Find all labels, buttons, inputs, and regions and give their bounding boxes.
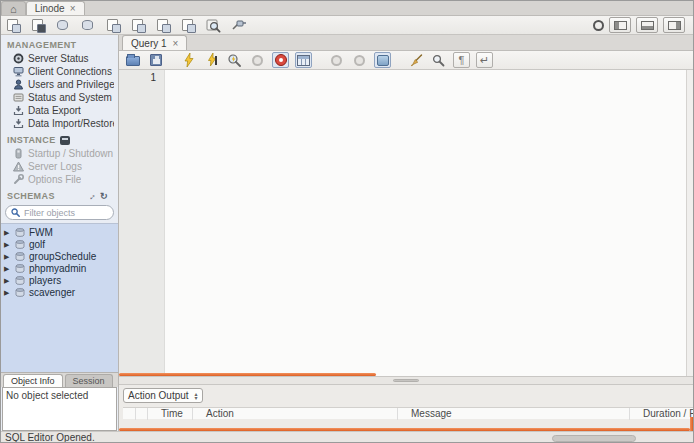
mysql-workbench-window: ⌂ Linode × MANAGEM xyxy=(0,0,694,443)
schema-filter-input[interactable] xyxy=(24,208,104,218)
create-table-icon[interactable] xyxy=(80,18,97,33)
connection-tab-linode[interactable]: Linode × xyxy=(26,1,85,15)
open-script-icon[interactable] xyxy=(124,52,141,68)
output-selector-label: Action Output xyxy=(128,390,189,401)
execute-current-statement-icon[interactable] xyxy=(203,52,220,68)
sql-edit-area[interactable] xyxy=(165,70,686,376)
beautify-script-icon[interactable] xyxy=(407,52,424,68)
sidebar-item-options-file[interactable]: Options File xyxy=(1,173,118,186)
autocommit-toggle-icon[interactable] xyxy=(374,52,391,68)
rollback-icon[interactable] xyxy=(351,52,368,68)
line-number: 1 xyxy=(150,72,156,83)
sidebar-item-label: Status and System Variables xyxy=(28,92,114,103)
expand-schemas-icon[interactable]: ↔ xyxy=(85,189,98,202)
create-procedure-icon[interactable] xyxy=(130,18,147,33)
sidebar-item-data-import[interactable]: Data Import/Restore xyxy=(1,117,118,130)
tab-object-info[interactable]: Object Info xyxy=(3,374,63,387)
commit-icon[interactable] xyxy=(328,52,345,68)
output-selector[interactable]: Action Output ▴▾ xyxy=(123,388,203,403)
column-header-time: Time xyxy=(147,408,192,420)
sql-editor-toolbar: ¶ ↵ xyxy=(119,51,693,70)
create-schema-icon[interactable] xyxy=(55,18,72,33)
schema-item-scavenger[interactable]: ▶ scavenger xyxy=(1,286,118,298)
close-icon[interactable]: × xyxy=(173,38,179,49)
schema-item-players[interactable]: ▶ players xyxy=(1,274,118,286)
output-vertical-scrollbar[interactable] xyxy=(690,417,693,431)
sql-editor[interactable]: 1 xyxy=(119,70,693,376)
expander-icon[interactable]: ▶ xyxy=(4,277,11,284)
find-icon[interactable] xyxy=(430,52,447,68)
column-header-message: Message xyxy=(397,408,629,420)
show-invisibles-icon[interactable]: ¶ xyxy=(453,52,470,68)
sidebar-item-data-export[interactable]: Data Export xyxy=(1,104,118,117)
create-view-icon[interactable] xyxy=(105,18,122,33)
schema-item-groupschedule[interactable]: ▶ groupSchedule xyxy=(1,250,118,262)
tab-query-1[interactable]: Query 1 × xyxy=(122,35,187,50)
startup-shutdown-icon xyxy=(13,148,24,159)
horizontal-scrollbar-thumb[interactable] xyxy=(552,435,636,442)
schema-name: players xyxy=(29,275,61,286)
schema-name: FWM xyxy=(29,227,53,238)
refresh-schemas-icon[interactable]: ↻ xyxy=(100,192,108,201)
expander-icon[interactable]: ▶ xyxy=(4,253,11,260)
toggle-output-area-icon xyxy=(641,21,654,30)
open-sql-script-icon[interactable] xyxy=(30,18,47,33)
editor-horizontal-scrollbar[interactable] xyxy=(119,373,376,376)
sidebar-item-startup-shutdown[interactable]: Startup / Shutdown xyxy=(1,147,118,160)
home-tab[interactable]: ⌂ xyxy=(1,1,26,15)
explain-plan-icon[interactable] xyxy=(226,52,243,68)
column-header-duration: Duration / Fetch xyxy=(629,408,693,420)
options-file-icon xyxy=(13,174,24,185)
toggle-output-area-button[interactable] xyxy=(636,17,658,33)
sidebar-item-users-privileges[interactable]: Users and Privileges xyxy=(1,78,118,91)
create-user-icon[interactable] xyxy=(180,18,197,33)
close-icon[interactable]: × xyxy=(70,3,76,14)
schema-icon xyxy=(15,240,25,249)
output-panel: Action Output ▴▾ Time Action Message Dur… xyxy=(119,385,693,431)
schema-item-golf[interactable]: ▶ golf xyxy=(1,238,118,250)
stop-on-error-toggle-icon[interactable] xyxy=(272,52,289,68)
limit-rows-toggle-icon[interactable] xyxy=(295,52,312,68)
query-tabstrip: Query 1 × xyxy=(119,35,693,51)
create-function-icon[interactable] xyxy=(155,18,172,33)
toggle-left-sidebar-button[interactable] xyxy=(609,17,631,33)
schema-name: golf xyxy=(29,239,45,250)
sidebar-item-status-system-variables[interactable]: Status and System Variables xyxy=(1,91,118,104)
save-script-icon[interactable] xyxy=(147,52,164,68)
splitter-grip[interactable] xyxy=(393,379,419,382)
schema-item-phpmyadmin[interactable]: ▶ phpmyadmin xyxy=(1,262,118,274)
chevron-updown-icon: ▴▾ xyxy=(195,392,198,400)
instance-section-title: INSTANCE xyxy=(7,135,56,145)
schemas-section-header: SCHEMAS ↔ ↻ xyxy=(1,186,118,203)
stop-execution-icon[interactable] xyxy=(249,52,266,68)
execute-script-icon[interactable] xyxy=(180,52,197,68)
sidebar-item-server-status[interactable]: Server Status xyxy=(1,52,118,65)
reconnect-dbms-icon[interactable] xyxy=(230,18,247,33)
sidebar-item-server-logs[interactable]: Server Logs xyxy=(1,160,118,173)
instance-config-icon xyxy=(60,136,70,145)
expander-icon[interactable]: ▶ xyxy=(4,241,11,248)
expander-icon[interactable]: ▶ xyxy=(4,265,11,272)
column-header-action: Action xyxy=(192,408,397,420)
schema-icon xyxy=(15,288,25,297)
schema-name: groupSchedule xyxy=(29,251,96,262)
word-wrap-icon[interactable]: ↵ xyxy=(476,52,493,68)
data-import-icon xyxy=(13,118,24,129)
schemas-section-title: SCHEMAS xyxy=(7,191,55,201)
schema-icon xyxy=(15,252,25,261)
schema-name: phpmyadmin xyxy=(29,263,86,274)
sidebar-item-label: Data Export xyxy=(28,105,81,116)
sidebar-item-client-connections[interactable]: Client Connections xyxy=(1,65,118,78)
search-table-data-icon[interactable] xyxy=(205,18,222,33)
editor-output-splitter[interactable] xyxy=(119,376,693,385)
schema-item-fwm[interactable]: ▶ FWM xyxy=(1,226,118,238)
search-icon xyxy=(11,208,20,217)
info-tabstrip: Object Info Session xyxy=(1,372,118,387)
server-status-icon xyxy=(13,53,24,64)
tab-session[interactable]: Session xyxy=(65,374,113,387)
editor-vertical-scrollbar[interactable] xyxy=(686,70,693,376)
expander-icon[interactable]: ▶ xyxy=(4,289,11,296)
expander-icon[interactable]: ▶ xyxy=(4,229,11,236)
toggle-right-sidebar-button[interactable] xyxy=(663,17,685,33)
new-sql-tab-icon[interactable] xyxy=(5,18,22,33)
